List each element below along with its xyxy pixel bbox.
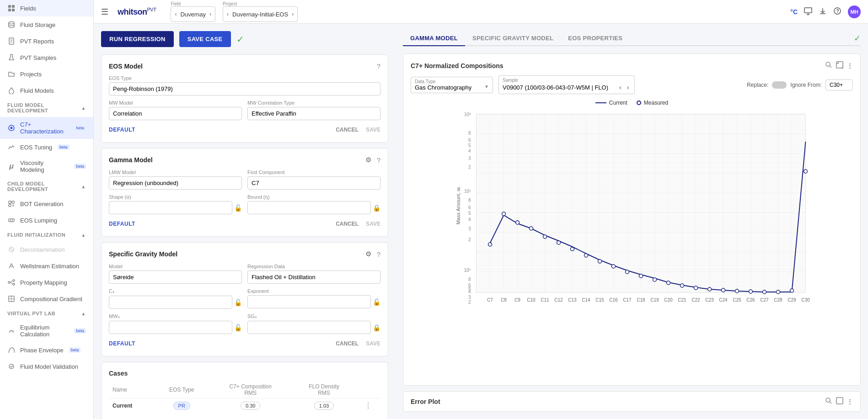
sample-prev-button[interactable]: ‹	[617, 83, 623, 92]
eos-type-tag: PR	[173, 402, 190, 410]
sg-default-button[interactable]: DEFAULT	[109, 339, 135, 349]
sidebar-item-prop-mapping[interactable]: Property Mapping	[0, 274, 93, 291]
error-plot-more-icon[interactable]: ⋮	[847, 398, 853, 405]
user-avatar[interactable]: MH	[848, 5, 861, 18]
sidebar-item-fields[interactable]: Fields	[0, 0, 93, 16]
sidebar-item-fluid-val[interactable]: Fluid Model Validation	[0, 358, 93, 375]
temp-unit-display[interactable]: °C	[790, 8, 798, 16]
eos-cancel-button[interactable]: CANCEL	[336, 127, 359, 133]
sidebar-item-eos-lumping[interactable]: EOS Lumping	[0, 212, 93, 228]
error-plot-search-icon[interactable]	[825, 397, 832, 406]
bound-input[interactable]: 98	[247, 201, 371, 214]
monitor-icon[interactable]	[804, 7, 812, 16]
chart-more-icon[interactable]: ⋮	[847, 62, 853, 69]
data-type-select[interactable]: Gas Chromatography	[415, 84, 489, 91]
svg-point-32	[9, 364, 14, 369]
field-next-btn[interactable]: ›	[209, 11, 211, 17]
gamma-save-button[interactable]: SAVE	[366, 221, 380, 227]
cases-table: Name EOS Type C7+ CompositionRMS FLO Den…	[109, 382, 380, 413]
tab-sg-model[interactable]: SPECIFIC GRAVITY MODEL	[465, 31, 561, 46]
exponent-input[interactable]: 0.137284	[247, 295, 371, 308]
sg-model-select[interactable]: Søreide	[109, 270, 242, 284]
lmw-select[interactable]: Regression (unbounded)	[109, 176, 242, 190]
section-fluid-init[interactable]: Fluid Initialization ▲	[0, 228, 93, 241]
section-fluid-model-dev[interactable]: Fluid Model Development ▲	[0, 99, 93, 117]
gamma-help-icon[interactable]: ?	[377, 156, 380, 164]
eos-save-button[interactable]: SAVE	[366, 127, 380, 133]
eos-default-button[interactable]: DEFAULT	[109, 125, 135, 135]
sample-next-button[interactable]: ›	[625, 83, 631, 92]
gamma-settings-icon[interactable]: ⚙	[365, 156, 371, 164]
error-plot-expand-icon[interactable]	[836, 397, 843, 406]
mw-model-select[interactable]: Correlation	[109, 107, 242, 120]
section-virtual-pvt[interactable]: Virtual PVT Lab ▲	[0, 307, 93, 320]
measured-dot-c16	[612, 265, 616, 268]
sidebar-item-bot-gen[interactable]: BOT Generation	[0, 196, 93, 212]
sg0-input[interactable]: 0.2855	[247, 321, 371, 334]
c1-input[interactable]: 0.271234	[109, 296, 232, 309]
action-bar: RUN REGRESSION SAVE CASE ✓	[101, 31, 388, 47]
project-next-btn[interactable]: ›	[292, 11, 294, 17]
mw-corr-select[interactable]: Effective Paraffin	[247, 107, 380, 120]
sidebar-item-eos-tuning[interactable]: EOS Tuning beta	[0, 139, 93, 155]
sg0-lock-icon[interactable]: 🔒	[373, 324, 380, 331]
error-plot-header: Error Plot ⋮	[411, 397, 853, 406]
svg-text:Mass Amount, wᵢ: Mass Amount, wᵢ	[455, 187, 461, 225]
eos-type-select[interactable]: Peng-Robinson (1979)	[109, 82, 380, 95]
sidebar-item-c7-char[interactable]: C7+ Characterization beta	[0, 117, 93, 139]
shape-lock-icon[interactable]: 🔓	[234, 204, 242, 212]
sidebar-item-fluid-storage[interactable]: Fluid Storage	[0, 16, 93, 33]
sidebar-item-viscosity[interactable]: μ Viscosity Modeling beta	[0, 155, 93, 177]
c1-lock-icon[interactable]: 🔓	[234, 299, 242, 306]
svg-text:C26: C26	[746, 297, 755, 302]
sg-cancel-button[interactable]: CANCEL	[336, 340, 359, 347]
bound-input-wrapper: 98 🔒	[247, 201, 380, 214]
tab-eos-properties[interactable]: EOS PROPERTIES	[561, 31, 630, 46]
sidebar-item-fluid-models[interactable]: Fluid Models	[0, 82, 93, 99]
hamburger-icon[interactable]: ☰	[101, 7, 108, 17]
gamma-default-button[interactable]: DEFAULT	[109, 219, 135, 229]
svg-text:C11: C11	[541, 297, 549, 302]
sidebar-item-projects[interactable]: Projects	[0, 66, 93, 82]
run-regression-button[interactable]: RUN REGRESSION	[101, 31, 174, 47]
sidebar-item-pvt-reports[interactable]: PVT Reports	[0, 33, 93, 49]
svg-text:4: 4	[468, 217, 471, 222]
sidebar-item-equil-calc[interactable]: Equilibrium Calculation beta	[0, 320, 93, 342]
legend-measured-dot	[637, 101, 641, 105]
reg-data-select[interactable]: Flashed Oil + Distillation	[247, 270, 380, 284]
first-comp-select[interactable]: C7	[247, 176, 380, 190]
svg-text:C25: C25	[733, 297, 741, 302]
sg-help-icon[interactable]: ?	[377, 250, 380, 258]
sidebar-item-comp-grad[interactable]: Compositional Gradient	[0, 291, 93, 307]
help-icon[interactable]: ?	[833, 7, 841, 16]
sg-settings-icon[interactable]: ⚙	[365, 250, 371, 258]
shape-input[interactable]: 0.571492	[109, 201, 232, 214]
field-prev-btn[interactable]: ‹	[175, 11, 177, 17]
mw-row: MW Model Correlation MW Correlation Type…	[109, 100, 380, 120]
sidebar-item-phase-env[interactable]: Phase Envelope beta	[0, 342, 93, 358]
svg-text:3: 3	[468, 156, 471, 161]
ignore-from-select[interactable]: C30+	[825, 80, 853, 90]
exponent-lock-icon[interactable]: 🔓	[373, 298, 380, 306]
sidebar-item-wellstream[interactable]: Wellstream Estimation	[0, 258, 93, 274]
section-child-model-dev[interactable]: Child Model Development ▲	[0, 177, 93, 196]
sidebar-item-pvt-samples[interactable]: PVT Samples	[0, 49, 93, 66]
eos-model-help-icon[interactable]: ?	[377, 62, 380, 70]
sg-save-button[interactable]: SAVE	[366, 340, 380, 347]
replace-toggle[interactable]	[772, 81, 787, 89]
bound-lock-icon[interactable]: 🔒	[373, 204, 380, 212]
download-icon[interactable]	[819, 7, 827, 16]
chart-expand-icon[interactable]	[836, 61, 843, 70]
project-selector: Project ‹ Duvernay-Initial-EOS ›	[223, 1, 298, 22]
tab-gamma-model[interactable]: GAMMA MODEL	[403, 31, 465, 46]
case-more-button[interactable]: ⋮	[364, 402, 372, 409]
chart-search-icon[interactable]	[825, 61, 832, 70]
gamma-cancel-button[interactable]: CANCEL	[336, 221, 359, 227]
mw0-lock-icon[interactable]: 🔓	[234, 324, 242, 331]
eos-model-actions: DEFAULT CANCEL SAVE	[109, 125, 380, 135]
project-prev-btn[interactable]: ‹	[227, 11, 229, 17]
measured-dot-c24	[722, 288, 725, 292]
save-case-button[interactable]: SAVE CASE	[179, 31, 231, 47]
mw0-input[interactable]: 66	[109, 321, 232, 334]
sample-select[interactable]: V09007 (100/03-06-043-07-W5M | FLO)	[503, 84, 616, 91]
